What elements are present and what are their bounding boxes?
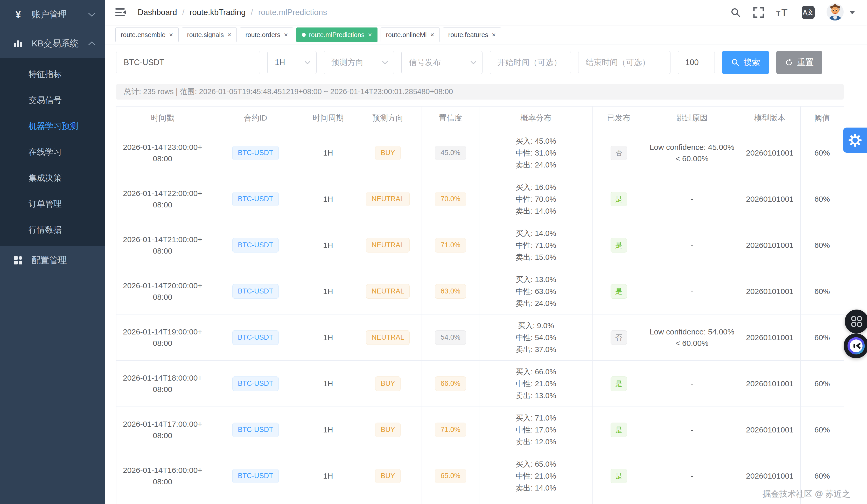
chevron-down-icon bbox=[849, 11, 855, 14]
tab-route.signals[interactable]: route.signals× bbox=[182, 28, 237, 42]
skip-reason-cell: - bbox=[645, 453, 739, 499]
summary-bar: 总计: 235 rows | 范围: 2026-01-05T19:45:48.4… bbox=[116, 84, 844, 99]
table-row: 2026-01-14T22:00:00+08:00BTC-USDT1HNEUTR… bbox=[116, 176, 844, 222]
instrument-tag: BTC-USDT bbox=[232, 330, 279, 345]
tab-route.ensemble[interactable]: route.ensemble× bbox=[115, 28, 179, 42]
probability-line: 中性: 54.0% bbox=[483, 332, 589, 344]
tab-route.onlineMl[interactable]: route.onlineMl× bbox=[381, 28, 440, 42]
tab-close-icon[interactable]: × bbox=[368, 31, 372, 38]
breadcrumb-separator: / bbox=[251, 8, 253, 17]
tab-close-icon[interactable]: × bbox=[284, 31, 288, 38]
sidebar-item[interactable]: 在线学习 bbox=[0, 139, 105, 165]
probability-line: 中性: 70.0% bbox=[483, 193, 589, 205]
sidebar-item[interactable]: 订单管理 bbox=[0, 191, 105, 217]
period-cell: 1H bbox=[302, 268, 354, 314]
sidebar-group-label: KB交易系统 bbox=[32, 37, 88, 50]
confidence-cell: 70.0% bbox=[422, 176, 479, 222]
text-size-icon[interactable]: TT bbox=[776, 7, 790, 18]
extension-clover-fab[interactable] bbox=[845, 310, 867, 333]
breadcrumb-item[interactable]: route.kbTrading bbox=[190, 8, 246, 17]
sidebar-item[interactable]: 行情数据 bbox=[0, 217, 105, 243]
published-tag: 否 bbox=[611, 330, 627, 345]
instrument-input[interactable] bbox=[116, 51, 260, 74]
sidebar-group-config[interactable]: 配置管理 bbox=[0, 246, 105, 275]
tab-route.features[interactable]: route.features× bbox=[443, 28, 501, 42]
period-select[interactable]: 1H bbox=[267, 51, 317, 74]
settings-fab[interactable] bbox=[843, 128, 867, 153]
confidence-tag: 71.0% bbox=[435, 422, 466, 437]
direction-cell: BUY bbox=[354, 361, 422, 407]
sidebar-item[interactable]: 特征指标 bbox=[0, 61, 105, 87]
direction-cell: NEUTRAL bbox=[354, 268, 422, 314]
probability-cell: 买入: 9.0%中性: 54.0%卖出: 37.0% bbox=[479, 314, 593, 361]
timestamp-text: 2026-01-14T21:00:00+08:00 bbox=[120, 234, 205, 257]
avatar[interactable] bbox=[826, 3, 844, 22]
column-header: 已发布 bbox=[593, 107, 645, 130]
confidence-cell: 63.0% bbox=[422, 268, 479, 314]
end-time-input[interactable] bbox=[578, 51, 671, 74]
period-cell: 1H bbox=[302, 407, 354, 453]
timestamp-cell: 2026-01-14T19:00:00+08:00 bbox=[116, 314, 209, 361]
instrument-cell: BTC-USDT bbox=[209, 268, 302, 314]
column-header: 置信度 bbox=[422, 107, 479, 130]
ai-assistant-fab[interactable] bbox=[844, 333, 867, 358]
limit-input[interactable] bbox=[678, 51, 715, 74]
chevron-down-icon bbox=[88, 12, 96, 17]
direction-tag: BUY bbox=[375, 146, 400, 160]
publish-select[interactable]: 信号发布 bbox=[402, 51, 482, 74]
direction-cell: BUY bbox=[354, 453, 422, 499]
confidence-cell: 71.0% bbox=[422, 222, 479, 268]
empty-cell bbox=[645, 499, 739, 504]
skip-reason-text: - bbox=[649, 470, 735, 482]
instrument-tag: BTC-USDT bbox=[232, 146, 279, 160]
timestamp-cell: 2026-01-14T16:00:00+08:00 bbox=[116, 453, 209, 499]
start-time-input[interactable] bbox=[490, 51, 571, 74]
tab-label: route.signals bbox=[187, 31, 224, 39]
watermark: 掘金技术社区 @ 苏近之 bbox=[763, 489, 850, 500]
direction-cell: BUY bbox=[354, 130, 422, 176]
search-icon[interactable] bbox=[730, 7, 741, 18]
translate-icon[interactable]: A文 bbox=[802, 6, 815, 19]
tab-close-icon[interactable]: × bbox=[430, 31, 434, 38]
breadcrumb-item: route.mlPredictions bbox=[258, 8, 327, 17]
tab-route.mlPredictions[interactable]: route.mlPredictions× bbox=[296, 28, 377, 42]
probability-line: 卖出: 13.0% bbox=[483, 390, 589, 401]
probability-cell: 买入: 14.0%中性: 71.0%卖出: 15.0% bbox=[479, 222, 593, 268]
confidence-tag: 70.0% bbox=[435, 192, 466, 206]
empty-cell bbox=[479, 499, 593, 504]
sidebar-group-account[interactable]: ¥ 账户管理 bbox=[0, 0, 105, 29]
reset-button[interactable]: 重置 bbox=[776, 51, 822, 74]
tab-close-icon[interactable]: × bbox=[492, 31, 496, 38]
probability-line: 中性: 63.0% bbox=[483, 286, 589, 297]
fullscreen-icon[interactable] bbox=[753, 7, 764, 18]
sidebar-item[interactable]: 集成决策 bbox=[0, 165, 105, 191]
published-cell: 是 bbox=[593, 453, 645, 499]
column-header: 阈值 bbox=[801, 107, 844, 130]
table-row: 2026-01-14T16:00:00+08:00BTC-USDT1HBUY65… bbox=[116, 453, 844, 499]
user-menu[interactable] bbox=[826, 3, 855, 22]
period-cell: 1H bbox=[302, 130, 354, 176]
tab-close-icon[interactable]: × bbox=[169, 31, 173, 38]
hamburger-icon[interactable] bbox=[115, 7, 126, 18]
direction-select[interactable]: 预测方向 bbox=[324, 51, 394, 74]
breadcrumb-item[interactable]: Dashboard bbox=[138, 8, 177, 17]
search-button[interactable]: 搜索 bbox=[722, 51, 769, 74]
instrument-cell: BTC-USDT bbox=[209, 407, 302, 453]
published-cell: 否 bbox=[593, 130, 645, 176]
tab-label: route.features bbox=[448, 31, 488, 39]
sidebar-item[interactable]: 交易信号 bbox=[0, 87, 105, 113]
sidebar-item[interactable]: 机器学习预测 bbox=[0, 113, 105, 139]
skip-reason-cell: - bbox=[645, 407, 739, 453]
probability-cell: 买入: 13.0%中性: 63.0%卖出: 24.0% bbox=[479, 268, 593, 314]
model-version-cell: 20260101001 bbox=[739, 222, 801, 268]
sidebar-group-kbtrading[interactable]: KB交易系统 bbox=[0, 29, 105, 58]
instrument-tag: BTC-USDT bbox=[232, 284, 279, 299]
tab-route.orders[interactable]: route.orders× bbox=[240, 28, 293, 42]
timestamp-cell: 2026-01-14T17:00:00+08:00 bbox=[116, 407, 209, 453]
timestamp-text: 2026-01-14T18:00:00+08:00 bbox=[120, 372, 205, 395]
chevron-down-icon bbox=[382, 61, 388, 65]
tab-close-icon[interactable]: × bbox=[227, 31, 231, 38]
timestamp-text: 2026-01-14T16:00:00+08:00 bbox=[120, 464, 205, 487]
chevron-down-icon bbox=[470, 61, 477, 65]
period-cell: 1H bbox=[302, 453, 354, 499]
